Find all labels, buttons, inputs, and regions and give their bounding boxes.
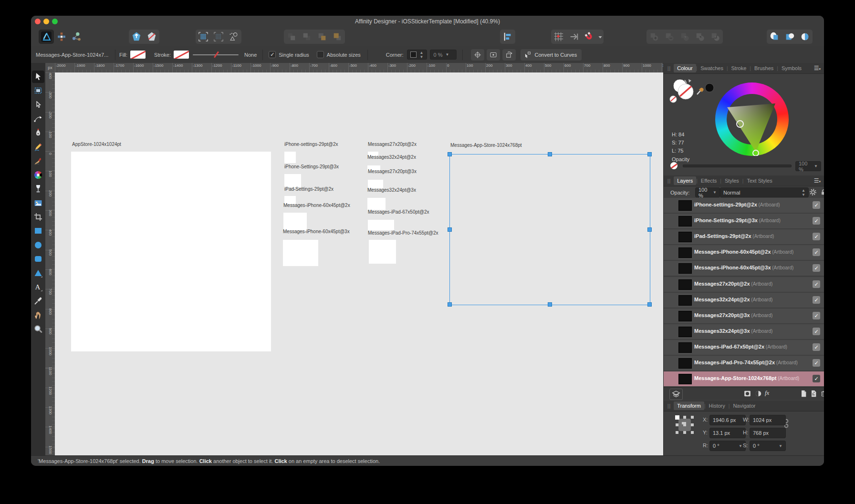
opacity-none-swatch[interactable]: [670, 162, 678, 169]
adjustment-layer-icon[interactable]: [754, 390, 762, 398]
zoom-tool[interactable]: [32, 323, 44, 335]
rectangle-tool[interactable]: [32, 225, 44, 237]
layer-visibility-checkbox[interactable]: ✓: [813, 328, 820, 335]
bool-xor-button[interactable]: [692, 30, 708, 44]
node-tool[interactable]: [32, 99, 44, 111]
layer-thumbnail[interactable]: [678, 374, 692, 384]
panel-grip[interactable]: ||: [667, 66, 671, 71]
colour-picker-tool[interactable]: [32, 295, 44, 307]
stroke-width-slider[interactable]: [193, 50, 254, 59]
artboard[interactable]: [369, 240, 396, 264]
fx-icon[interactable]: fx: [765, 389, 769, 397]
tab-brushes[interactable]: Brushes: [751, 64, 777, 72]
magnet-button[interactable]: [582, 30, 597, 44]
tab-layers[interactable]: Layers: [674, 176, 696, 185]
colour-wheel[interactable]: [715, 82, 789, 156]
layer-visibility-checkbox[interactable]: ✓: [813, 201, 820, 209]
lasso-shapes-button[interactable]: [226, 30, 241, 44]
artboard[interactable]: [449, 154, 650, 305]
point-transform-tool[interactable]: [32, 113, 44, 125]
rounded-rectangle-tool[interactable]: [32, 253, 44, 265]
artboard[interactable]: [284, 174, 301, 187]
colour-opacity-dropdown[interactable]: 100 % ▼: [795, 161, 821, 171]
pixel-grid-button[interactable]: [196, 30, 211, 44]
layer-row[interactable]: Messages32x24pt@2x (Artboard)✓: [664, 293, 824, 309]
opacity-slider[interactable]: [683, 165, 792, 167]
tab-colour[interactable]: Colour: [674, 64, 696, 72]
tab-history[interactable]: History: [706, 401, 729, 410]
layer-thumbnail[interactable]: [678, 358, 692, 369]
vertical-ruler[interactable]: -400-300-200-100010020030040050060070080…: [45, 72, 55, 455]
selection-box-button[interactable]: [487, 49, 500, 61]
affinity-designer-logo-button[interactable]: [39, 30, 54, 44]
single-radius-checkbox[interactable]: ✓: [269, 51, 276, 58]
layer-visibility-checkbox[interactable]: ✓: [813, 280, 820, 288]
convert-to-curves-button[interactable]: Convert to Curves: [521, 49, 582, 61]
shape-up-arrow-button[interactable]: [129, 30, 144, 44]
canvas[interactable]: AppStore-1024x1024ptiPhone-settings-29pt…: [55, 72, 663, 455]
layer-thumbnail[interactable]: [678, 263, 692, 274]
tab-swatches[interactable]: Swatches: [697, 64, 727, 72]
gear-icon[interactable]: [809, 188, 817, 196]
view-vector-button[interactable]: [797, 30, 813, 44]
view-pixel-button[interactable]: [782, 30, 797, 44]
triangle-tool[interactable]: [32, 267, 44, 279]
view-pan-tool[interactable]: [32, 309, 44, 321]
transparency-tool[interactable]: [32, 183, 44, 195]
artboard[interactable]: [284, 152, 296, 163]
layer-visibility-checkbox[interactable]: ✓: [813, 233, 820, 240]
corner-type-dropdown[interactable]: ▲▼: [407, 50, 427, 60]
snap-grid-button[interactable]: [551, 30, 566, 44]
layer-row[interactable]: Messages27x20pt@2x (Artboard)✓: [664, 277, 824, 293]
transform-h-field[interactable]: 768 px: [750, 428, 786, 438]
layer-row[interactable]: Messages-iPad-67x50pt@2x (Artboard)✓: [664, 340, 824, 356]
layer-row[interactable]: Messages-iPhone-60x45pt@3x (Artboard)✓: [664, 261, 824, 277]
layers-stack-button[interactable]: [669, 389, 683, 400]
anchor-point-selector[interactable]: [674, 414, 695, 435]
panel-menu-icon[interactable]: ☰▾: [814, 177, 821, 184]
corner-radius-dropdown[interactable]: 0 % ▼: [430, 50, 457, 60]
colour-triangle[interactable]: [715, 82, 789, 156]
layer-visibility-checkbox[interactable]: ✓: [813, 217, 820, 225]
layer-thumbnail[interactable]: [678, 247, 692, 258]
tab-effects[interactable]: Effects: [698, 176, 720, 185]
layer-row[interactable]: Messages-App-Store-1024x768pt (Artboard)…: [664, 371, 824, 387]
move-tool[interactable]: [32, 71, 44, 83]
pen-tool[interactable]: [32, 127, 44, 139]
layer-thumbnail[interactable]: [678, 279, 692, 290]
layer-thumbnail[interactable]: [678, 232, 692, 242]
panel-grip[interactable]: ||: [667, 403, 671, 409]
layer-thumbnail[interactable]: [678, 200, 692, 211]
text-tool[interactable]: A: [32, 281, 44, 293]
selection-handle[interactable]: [448, 227, 452, 232]
artboard[interactable]: [368, 220, 394, 230]
layer-visibility-checkbox[interactable]: ✓: [813, 264, 820, 272]
absolute-sizes-checkbox[interactable]: [317, 51, 324, 58]
transform-w-field[interactable]: 1024 px: [750, 415, 786, 425]
new-layer-icon[interactable]: [800, 390, 807, 398]
pencil-tool[interactable]: [32, 141, 44, 153]
layer-visibility-checkbox[interactable]: ✓: [813, 312, 820, 319]
tab-stroke[interactable]: Stroke: [728, 64, 750, 72]
layer-row[interactable]: iPhone-settings-29pt@2x (Artboard)✓: [664, 198, 824, 214]
arrange-back-button[interactable]: [284, 30, 299, 44]
panel-menu-icon[interactable]: ☰▾: [814, 65, 821, 72]
place-image-tool[interactable]: [32, 197, 44, 209]
align-left-button[interactable]: [500, 30, 515, 44]
ellipse-tool[interactable]: [32, 239, 44, 251]
selection-handle[interactable]: [448, 302, 452, 307]
artboard[interactable]: [71, 152, 271, 351]
stroke-swatch[interactable]: [174, 51, 189, 59]
blend-mode-dropdown[interactable]: Normal ▲▼: [720, 187, 809, 197]
layer-thumbnail[interactable]: [678, 216, 692, 226]
layer-row[interactable]: iPad-Settings-29pt@2x (Artboard)✓: [664, 229, 824, 245]
insert-behind-button[interactable]: [330, 30, 345, 44]
transform-x-field[interactable]: 1940.6 px: [709, 415, 746, 425]
layers-opacity-dropdown[interactable]: 100 % ▼: [695, 187, 720, 197]
transform-r-field[interactable]: 0 °▼: [709, 441, 746, 451]
tab-styles[interactable]: Styles: [721, 176, 742, 185]
selection-handle[interactable]: [647, 302, 652, 307]
bool-subtract-button[interactable]: [662, 30, 677, 44]
ruler-units[interactable]: px: [45, 63, 55, 73]
pixel-persona-button[interactable]: [54, 30, 69, 44]
